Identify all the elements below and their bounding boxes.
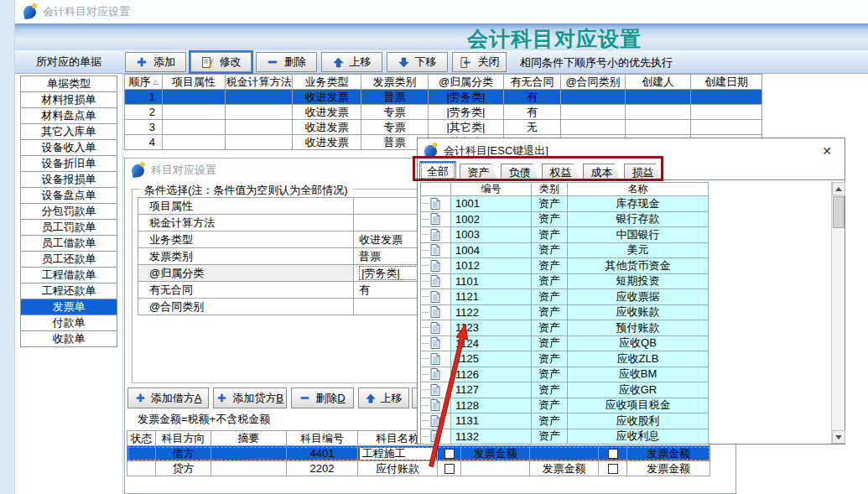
account-class: 资产 bbox=[532, 367, 568, 383]
sidebar-item[interactable]: 设备报损单 bbox=[20, 172, 117, 188]
document-icon bbox=[430, 260, 440, 272]
delete-entry-button[interactable]: 删除D bbox=[291, 387, 354, 408]
entry-cell-amount1 bbox=[461, 461, 530, 476]
account-row[interactable]: 1123资产预付账款 bbox=[421, 320, 709, 336]
checkbox-unchecked[interactable] bbox=[608, 449, 618, 459]
modify-button[interactable]: 修改 bbox=[190, 52, 252, 72]
accounts-scrollbar[interactable] bbox=[831, 182, 845, 444]
entry-cell-summary bbox=[211, 461, 287, 476]
subject-name-editor[interactable]: 工程施工 bbox=[359, 447, 437, 460]
sidebar-item[interactable]: 设备折旧单 bbox=[20, 156, 117, 172]
delete-button-label: 删除 bbox=[284, 55, 306, 70]
sidebar-item[interactable]: 材料报损单 bbox=[20, 92, 117, 108]
tree-connector bbox=[422, 203, 429, 204]
account-column-header: 类别 bbox=[532, 183, 568, 196]
tree-connector bbox=[422, 405, 429, 406]
main-cell-biz_type: 收进发票 bbox=[293, 135, 361, 150]
scroll-up-icon[interactable] bbox=[832, 182, 845, 195]
entry-row[interactable]: 借方4401工程施工发票金额发票金额 bbox=[127, 446, 710, 461]
sidebar-item[interactable]: 付款单 bbox=[20, 315, 117, 331]
scrollbar-thumb[interactable] bbox=[833, 196, 845, 228]
account-row[interactable]: 1101资产短期投资 bbox=[421, 274, 709, 290]
plus-icon bbox=[136, 56, 148, 68]
account-icon-cell bbox=[421, 367, 451, 383]
tree-connector bbox=[422, 343, 429, 344]
account-code: 1126 bbox=[451, 367, 532, 383]
account-row[interactable]: 1127资产应收GR bbox=[421, 382, 709, 398]
account-row[interactable]: 1001资产库存现金 bbox=[421, 196, 709, 212]
document-icon bbox=[430, 306, 440, 318]
sidebar-item[interactable]: 员工还款单 bbox=[20, 252, 117, 268]
move-entry-up-button[interactable]: 上移 bbox=[358, 387, 409, 408]
close-button[interactable]: 关闭 bbox=[452, 52, 507, 72]
account-name: 短期投资 bbox=[568, 274, 709, 290]
account-row[interactable]: 1132资产应收利息 bbox=[421, 429, 709, 445]
account-name: 美元 bbox=[568, 243, 709, 259]
move-down-button[interactable]: 下移 bbox=[387, 52, 448, 72]
account-row[interactable]: 1004资产美元 bbox=[421, 243, 709, 259]
move-up-button-label: 上移 bbox=[350, 55, 372, 70]
main-column-header: 项目属性 bbox=[163, 75, 226, 90]
tree-connector bbox=[422, 389, 429, 390]
condition-label: 税金计算方法 bbox=[138, 215, 354, 231]
checkbox-unchecked[interactable] bbox=[608, 464, 618, 474]
sidebar-item[interactable]: 设备收入单 bbox=[20, 140, 117, 156]
main-table-row[interactable]: 3收进发票专票|其它类|无 bbox=[125, 120, 762, 135]
account-class: 资产 bbox=[532, 336, 568, 352]
scroll-down-icon[interactable] bbox=[832, 430, 845, 444]
main-cell-seq: 3 bbox=[125, 120, 163, 135]
entry-cell-summary bbox=[211, 446, 287, 461]
main-cell-contract_type bbox=[561, 120, 626, 135]
checkbox-unchecked[interactable] bbox=[444, 464, 455, 474]
checkbox-unchecked[interactable] bbox=[444, 449, 455, 459]
tree-connector bbox=[422, 420, 429, 421]
sidebar-item[interactable]: 工程借款单 bbox=[20, 268, 117, 283]
sidebar-item[interactable]: 发票单 bbox=[20, 299, 117, 315]
document-icon bbox=[430, 353, 440, 365]
main-cell-invoice_type: 普票 bbox=[361, 90, 429, 105]
minus-icon bbox=[299, 393, 310, 403]
main-table-row[interactable]: 2收进发票专票|劳务类|有 bbox=[125, 105, 762, 120]
subject-dialog-title: 科目对应设置 bbox=[151, 163, 216, 178]
sidebar-item[interactable]: 收款单 bbox=[20, 331, 117, 347]
account-class: 资产 bbox=[532, 289, 568, 305]
account-code: 1004 bbox=[451, 243, 532, 259]
account-row[interactable]: 1003资产中国银行 bbox=[421, 227, 709, 243]
entry-column-header: 摘要 bbox=[211, 431, 287, 446]
account-name: 应收QB bbox=[568, 336, 709, 352]
entry-row[interactable]: 贷方2202应付账款发票金额发票金额 bbox=[127, 461, 710, 476]
account-row[interactable]: 1124资产应收QB bbox=[421, 336, 709, 352]
entry-cell-amount3: 发票金额 bbox=[627, 461, 710, 476]
account-column-header bbox=[421, 183, 451, 196]
sidebar-item[interactable]: 员工借款单 bbox=[20, 236, 117, 252]
account-row[interactable]: 1131资产应收股利 bbox=[421, 413, 709, 429]
document-icon bbox=[430, 368, 440, 380]
add-credit-button[interactable]: 添加贷方B bbox=[213, 387, 287, 408]
account-row[interactable]: 1128资产应收项目税金 bbox=[421, 398, 709, 414]
account-row[interactable]: 1121资产应收票据 bbox=[421, 289, 709, 305]
account-row[interactable]: 1125资产应收ZLB bbox=[421, 351, 709, 367]
account-row[interactable]: 1002资产银行存款 bbox=[421, 212, 709, 228]
sidebar-item[interactable]: 设备盘点单 bbox=[20, 188, 117, 204]
sidebar-item[interactable]: 分包罚款单 bbox=[20, 204, 117, 220]
add-button[interactable]: 添加 bbox=[125, 52, 186, 72]
close-icon[interactable]: ✕ bbox=[819, 143, 834, 159]
add-debit-button[interactable]: 添加借方A bbox=[127, 387, 209, 408]
sidebar-item[interactable]: 工程还款单 bbox=[20, 283, 117, 299]
sidebar-item[interactable]: 员工罚款单 bbox=[20, 220, 117, 236]
sidebar-item[interactable]: 其它入库单 bbox=[20, 124, 117, 140]
move-up-button[interactable]: 上移 bbox=[321, 52, 382, 72]
entry-cell-amount3: 发票金额 bbox=[627, 446, 710, 461]
main-cell-project_attr bbox=[163, 135, 226, 150]
sidebar-item[interactable]: 材料盘点单 bbox=[20, 108, 117, 124]
account-row[interactable]: 1122资产应收账款 bbox=[421, 305, 709, 321]
delete-button[interactable]: 删除 bbox=[256, 52, 317, 72]
accounts-table-header: 编号类别名称 bbox=[421, 183, 709, 196]
account-row[interactable]: 1126资产应收BM bbox=[421, 367, 709, 383]
main-table-row[interactable]: 1收进发票普票|劳务类|有 bbox=[125, 90, 762, 105]
account-row[interactable]: 1012资产其他货币资金 bbox=[421, 258, 709, 274]
account-icon-cell bbox=[421, 196, 451, 212]
account-class: 资产 bbox=[532, 413, 568, 429]
header-band bbox=[15, 23, 868, 50]
app-logo-icon bbox=[131, 163, 145, 177]
